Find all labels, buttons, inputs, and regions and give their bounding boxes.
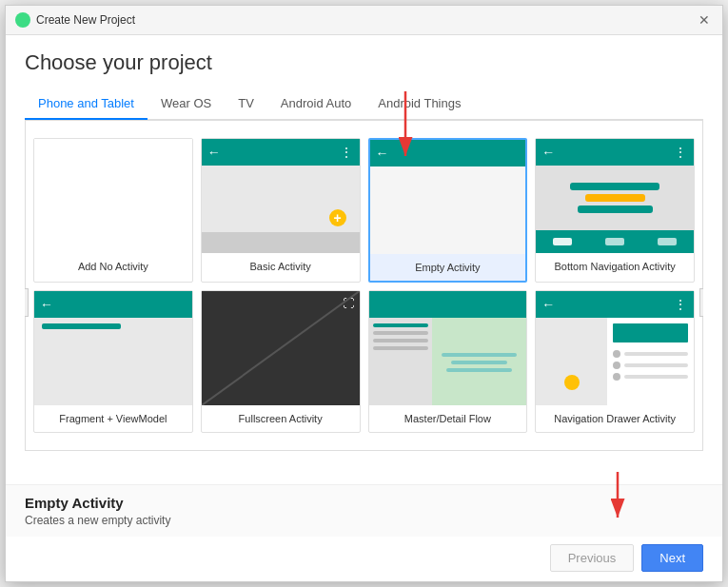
template-basic-activity-label: Basic Activity (246, 261, 315, 272)
scroll-right-button[interactable]: › (699, 288, 703, 317)
templates-grid: Add No Activity ← ⋮ + (26, 130, 702, 440)
title-bar: Create New Project ✕ (6, 6, 722, 35)
template-empty-activity[interactable]: ← Empty Activity (368, 138, 528, 283)
dialog-body: Choose your project Phone and Tablet Wea… (6, 35, 722, 484)
app-icon (15, 12, 30, 28)
tab-phone-tablet[interactable]: Phone and Tablet (25, 88, 148, 120)
preview-fullscreen: ⛶ (202, 291, 360, 405)
next-button[interactable]: Next (641, 544, 703, 572)
templates-grid-container: Add No Activity ← ⋮ + (25, 120, 703, 451)
template-nav-drawer-label: Navigation Drawer Activity (550, 413, 679, 424)
previous-button[interactable]: Previous (550, 544, 635, 572)
preview-no-activity (34, 139, 192, 253)
preview-bottom-nav: ← ⋮ (536, 139, 694, 253)
selected-template-description: Creates a new empty activity (25, 514, 703, 527)
template-no-activity[interactable]: Add No Activity (33, 138, 193, 283)
dialog-title: Create New Project (36, 13, 135, 27)
templates-grid-wrapper: ‹ Add No Activity (25, 120, 703, 484)
template-basic-activity[interactable]: ← ⋮ + Basic Activity (201, 138, 361, 283)
tab-wear-os[interactable]: Wear OS (148, 88, 225, 120)
template-bottom-nav-label: Bottom Navigation Activity (551, 261, 679, 272)
close-button[interactable]: ✕ (696, 11, 713, 29)
template-master-detail-label: Master/Detail Flow (401, 413, 495, 424)
template-master-detail[interactable]: Master/Detail Flow (368, 290, 528, 433)
template-nav-drawer[interactable]: ← ⋮ (535, 290, 695, 433)
tab-android-auto[interactable]: Android Auto (267, 88, 364, 120)
template-fullscreen-label: Fullscreen Activity (235, 413, 326, 424)
page-title: Choose your project (25, 50, 703, 75)
tab-android-things[interactable]: Android Things (364, 88, 474, 120)
template-bottom-nav[interactable]: ← ⋮ (535, 138, 695, 283)
preview-empty-activity: ← (370, 140, 526, 254)
tabs-bar: Phone and Tablet Wear OS TV Android Auto… (25, 88, 703, 120)
create-new-project-dialog: Create New Project ✕ Choose your project… (5, 5, 723, 582)
tab-tv[interactable]: TV (225, 88, 267, 120)
selected-template-title: Empty Activity (25, 495, 703, 511)
scroll-left-button[interactable]: ‹ (25, 288, 29, 317)
preview-fragment-viewmodel: ← (34, 291, 192, 405)
selected-template-info: Empty Activity Creates a new empty activ… (6, 484, 722, 537)
template-fullscreen[interactable]: ⛶ Fullscreen Activity (201, 290, 361, 433)
preview-nav-drawer: ← ⋮ (536, 291, 694, 405)
preview-master-detail (369, 291, 527, 405)
template-empty-activity-label: Empty Activity (411, 262, 483, 273)
template-fragment-viewmodel-label: Fragment + ViewModel (55, 413, 170, 424)
dialog-buttons: Previous Next (6, 537, 722, 581)
preview-basic-activity: ← ⋮ + (202, 139, 360, 253)
svg-point-0 (18, 15, 28, 25)
template-no-activity-label: Add No Activity (74, 261, 152, 272)
template-fragment-viewmodel[interactable]: ← Fragment + ViewModel (33, 290, 193, 433)
